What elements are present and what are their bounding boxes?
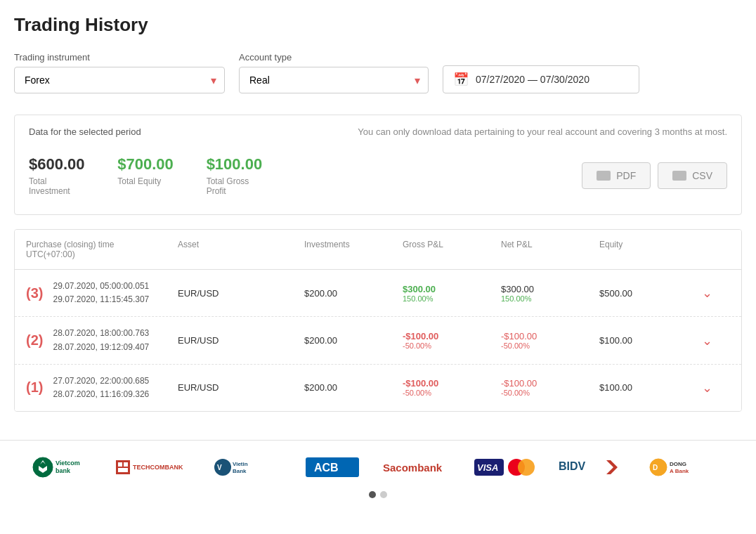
expand-row-2-button[interactable]: ⌄ bbox=[689, 323, 724, 358]
td-asset-1: EUR/USD bbox=[169, 278, 296, 308]
net-value-1: $300.00 bbox=[501, 284, 582, 294]
svg-text:Bank: Bank bbox=[233, 468, 247, 474]
date-range-picker[interactable]: 📅 07/27/2020 — 07/30/2020 bbox=[443, 65, 639, 93]
vietcombank-logo: Vietcom bank bbox=[30, 455, 93, 480]
svg-text:Vietin: Vietin bbox=[233, 461, 248, 467]
td-investment-3: $200.00 bbox=[296, 372, 394, 403]
vietinbank-logo: V Vietin Bank bbox=[213, 455, 283, 480]
pdf-label: PDF bbox=[616, 170, 636, 181]
row-number-2: (2) bbox=[26, 332, 43, 349]
svg-text:DONG: DONG bbox=[670, 461, 686, 467]
info-section: Data for the selected period You can onl… bbox=[14, 115, 742, 215]
td-net-3: -$100.00 -50.00% bbox=[493, 368, 591, 407]
account-label: Account type bbox=[239, 52, 429, 63]
stat-total-investment: $600.00 Total Investment bbox=[29, 148, 103, 203]
calendar-icon: 📅 bbox=[453, 72, 469, 87]
csv-label: CSV bbox=[692, 170, 712, 181]
svg-text:D: D bbox=[653, 464, 658, 471]
th-equity: Equity bbox=[591, 230, 689, 269]
net-percent-1: 150.00% bbox=[501, 294, 582, 303]
total-investment-label: Total Investment bbox=[29, 176, 89, 196]
instrument-select[interactable]: Forex bbox=[14, 67, 225, 93]
td-gross-2: -$100.00 -50.00% bbox=[394, 321, 493, 360]
td-equity-3: $100.00 bbox=[591, 372, 689, 403]
sacombank-svg: Sacombank bbox=[382, 455, 452, 480]
sacombank-logo: Sacombank bbox=[382, 455, 452, 480]
td-net-1: $300.00 150.00% bbox=[493, 274, 591, 313]
th-net-pl: Net P&L bbox=[493, 230, 591, 269]
td-time-1: (3) 29.07.2020, 05:00:00.051 29.07.2020,… bbox=[15, 270, 169, 316]
expand-row-3-button[interactable]: ⌄ bbox=[689, 370, 724, 405]
instrument-label: Trading instrument bbox=[14, 52, 225, 63]
stat-total-gross-profit: $100.00 Total Gross Profit bbox=[193, 148, 281, 203]
gross-value-3: -$100.00 bbox=[403, 378, 484, 389]
row-number-3: (3) bbox=[26, 285, 43, 301]
period-label: Data for the selected period bbox=[29, 126, 141, 137]
donga-svg: D DONG A Bank bbox=[649, 455, 726, 480]
account-select[interactable]: Real bbox=[239, 67, 429, 93]
svg-text:ACB: ACB bbox=[314, 462, 339, 474]
pagination-dot-2[interactable] bbox=[380, 491, 387, 498]
account-filter-group: Account type Real bbox=[239, 52, 429, 93]
net-value-2: -$100.00 bbox=[501, 331, 582, 341]
td-time-3: (1) 27.07.2020, 22:00:00.685 28.07.2020,… bbox=[15, 365, 169, 411]
td-investment-1: $200.00 bbox=[296, 278, 394, 308]
svg-text:VISA: VISA bbox=[477, 462, 498, 473]
gross-percent-3: -50.00% bbox=[403, 389, 484, 397]
csv-export-button[interactable]: CSV bbox=[658, 162, 727, 189]
pagination bbox=[14, 491, 742, 498]
svg-text:Sacombank: Sacombank bbox=[383, 462, 443, 474]
time-lines-3: 27.07.2020, 22:00:00.685 28.07.2020, 11:… bbox=[53, 375, 149, 401]
footer: Vietcom bank TECHCOMBANK V bbox=[0, 440, 756, 512]
th-gross-pl: Gross P&L bbox=[394, 230, 493, 269]
filters-row: Trading instrument Forex Account type Re… bbox=[14, 50, 742, 93]
row-number-1: (1) bbox=[26, 379, 43, 396]
total-investment-value: $600.00 bbox=[29, 155, 89, 174]
svg-text:A Bank: A Bank bbox=[670, 468, 689, 474]
stat-total-equity: $700.00 Total Equity bbox=[103, 148, 192, 193]
svg-text:TECHCOMBANK: TECHCOMBANK bbox=[133, 464, 183, 471]
time-lines-1: 29.07.2020, 05:00:00.051 29.07.2020, 11:… bbox=[53, 280, 149, 306]
net-percent-2: -50.00% bbox=[501, 341, 582, 350]
download-notice: You can only download data pertaining to… bbox=[358, 126, 727, 137]
vietinbank-svg: V Vietin Bank bbox=[213, 455, 283, 480]
time-lines-2: 28.07.2020, 18:00:00.763 28.07.2020, 19:… bbox=[53, 327, 149, 353]
table-row: (1) 27.07.2020, 22:00:00.685 28.07.2020,… bbox=[15, 365, 741, 411]
table-row: (3) 29.07.2020, 05:00:00.051 29.07.2020,… bbox=[15, 270, 741, 317]
bidv-svg: BIDV bbox=[557, 455, 627, 480]
table-row: (2) 28.07.2020, 18:00:00.763 28.07.2020,… bbox=[15, 317, 741, 364]
td-equity-1: $500.00 bbox=[591, 278, 689, 308]
svg-text:V: V bbox=[217, 464, 222, 471]
pdf-icon bbox=[597, 171, 611, 181]
expand-row-1-button[interactable]: ⌄ bbox=[689, 275, 724, 311]
pagination-dot-1[interactable] bbox=[369, 491, 376, 498]
info-header: Data for the selected period You can onl… bbox=[29, 126, 727, 137]
svg-text:bank: bank bbox=[56, 467, 71, 474]
svg-text:BIDV: BIDV bbox=[559, 460, 586, 472]
td-gross-3: -$100.00 -50.00% bbox=[394, 368, 493, 407]
net-percent-3: -50.00% bbox=[501, 389, 582, 397]
pdf-export-button[interactable]: PDF bbox=[582, 162, 651, 189]
techcombank-logo: TECHCOMBANK bbox=[115, 455, 192, 480]
instrument-filter-group: Trading instrument Forex bbox=[14, 52, 225, 93]
bank-logos: Vietcom bank TECHCOMBANK V bbox=[14, 455, 742, 480]
page-title: Trading History bbox=[14, 14, 742, 36]
export-buttons: PDF CSV bbox=[582, 162, 727, 189]
techcombank-svg: TECHCOMBANK bbox=[115, 455, 192, 480]
net-value-3: -$100.00 bbox=[501, 378, 582, 389]
th-asset: Asset bbox=[169, 230, 296, 269]
svg-rect-5 bbox=[124, 462, 128, 467]
gross-value-1: $300.00 bbox=[403, 284, 484, 294]
td-net-2: -$100.00 -50.00% bbox=[493, 321, 591, 360]
th-investments: Investments bbox=[296, 230, 394, 269]
svg-marker-20 bbox=[606, 460, 618, 474]
td-asset-3: EUR/USD bbox=[169, 372, 296, 403]
td-time-2: (2) 28.07.2020, 18:00:00.763 28.07.2020,… bbox=[15, 317, 169, 363]
td-gross-1: $300.00 150.00% bbox=[394, 274, 493, 313]
td-equity-2: $100.00 bbox=[591, 325, 689, 356]
trading-table: Purchase (closing) time UTC(+07:00) Asse… bbox=[14, 229, 742, 412]
visa-mastercard-logo: VISA bbox=[473, 455, 536, 480]
table-header: Purchase (closing) time UTC(+07:00) Asse… bbox=[15, 230, 741, 270]
account-select-wrapper: Real bbox=[239, 67, 429, 93]
th-time: Purchase (closing) time UTC(+07:00) bbox=[15, 230, 169, 269]
